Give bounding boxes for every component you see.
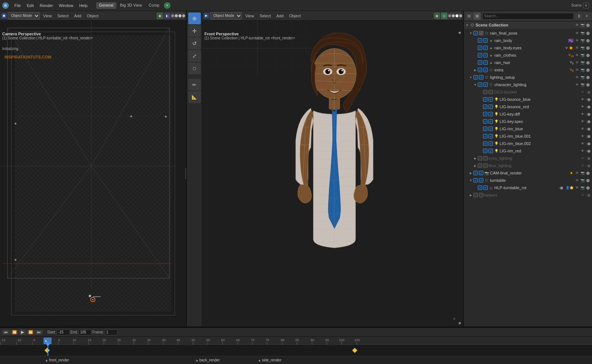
lig-rb-icons[interactable]: ↕⬤: [585, 126, 591, 131]
floor-lighting-checkbox[interactable]: [478, 163, 482, 168]
rain-eyes-checkbox[interactable]: [478, 46, 482, 50]
rain-pose-eye[interactable]: 👁: [574, 31, 579, 36]
right-vp-content[interactable]: .wf { fill: none; stroke: #a0724a; strok…: [202, 21, 463, 326]
tree-item-turntable[interactable]: ▼ ⬡ turntable 👁 📷 ⬤: [464, 177, 592, 184]
turntable-cam[interactable]: 📷: [580, 178, 585, 183]
right-vp-shading-modes[interactable]: ⬤ ⬤ ⬤ ⬤: [448, 13, 462, 19]
helpers-checkbox2[interactable]: [479, 193, 483, 197]
left-vp-select[interactable]: Select: [55, 13, 71, 18]
lig-rr-icons[interactable]: ↕⬤: [585, 148, 591, 153]
tree-item-rain-final-pose[interactable]: ▼ ✓ ⬡ rain_final_pose 👁 📷 ⬤: [464, 29, 592, 37]
rain-clothes-checkbox2[interactable]: [483, 53, 488, 57]
timeline-end-input[interactable]: [78, 329, 91, 335]
lighting-cam[interactable]: 📷: [580, 75, 585, 80]
timeline-start-btn[interactable]: ⏮: [2, 330, 10, 335]
right-vp-select[interactable]: Select: [258, 13, 273, 18]
menu-file[interactable]: File: [12, 3, 24, 8]
lig-rb002-icons[interactable]: ↕⬤: [585, 141, 591, 146]
menu-help[interactable]: Help: [77, 3, 90, 8]
tree-item-cam-final[interactable]: ▶ 📷 CAM-final_render ★ 👁 📷 ⬤: [464, 169, 592, 177]
char-lighting-eye[interactable]: 👁: [574, 82, 579, 87]
helpers-eye[interactable]: 👁: [580, 192, 585, 198]
cam-final-checkbox[interactable]: [473, 171, 478, 175]
timeline-end-btn[interactable]: ⏭: [35, 330, 43, 335]
char-lighting-checkbox[interactable]: [478, 82, 482, 87]
lig-br-icons[interactable]: ↕⬤: [585, 104, 591, 109]
tree-item-lig-key-diff[interactable]: ▶ 💡 LIG-key.diff 👁 ↕⬤: [464, 110, 592, 118]
lig-bb-eye[interactable]: 👁: [580, 97, 585, 102]
vp-collapse-btn[interactable]: ‹: [185, 168, 186, 179]
helpers-icons[interactable]: ↕⬤: [585, 192, 591, 198]
lig-rb002-eye[interactable]: 👁: [580, 141, 585, 146]
marker-back-render[interactable]: ▲ back_render: [195, 358, 220, 362]
tree-item-floor-lighting[interactable]: ▶ floor_lighting 👁 ↕⬤: [464, 162, 592, 169]
props-filter-btn[interactable]: ⊻: [575, 13, 582, 20]
hlp-checkbox[interactable]: [478, 185, 482, 190]
props-add-btn[interactable]: +: [583, 13, 591, 20]
left-vp-icon[interactable]: ▣: [1, 13, 7, 18]
transform-tool-btn[interactable]: ⬡: [188, 63, 201, 74]
rain-clothes-eye[interactable]: 👁: [574, 53, 579, 58]
timeline-prev-btn[interactable]: ⏪: [10, 330, 18, 335]
lig-rb001-checkbox2[interactable]: [488, 134, 493, 138]
tree-item-lig-key-spec[interactable]: ▶ 💡 LIG-key.spec 👁 ↕⬤: [464, 118, 592, 125]
tree-item-helpers[interactable]: ▶ helpers 👁 ↕⬤: [464, 191, 592, 199]
extra-checkbox[interactable]: [478, 68, 482, 72]
floor-lighting-icons[interactable]: ↕⬤: [585, 163, 591, 168]
scene-eye-btn[interactable]: 👁: [574, 22, 579, 28]
right-vp-view[interactable]: View: [243, 13, 256, 18]
rain-eyes-cam[interactable]: 📷: [580, 45, 585, 50]
lig-rb-checkbox2[interactable]: [488, 127, 493, 131]
menu-window[interactable]: Window: [56, 3, 76, 8]
scene-camera-btn[interactable]: 📷: [580, 22, 585, 28]
rain-pose-cam[interactable]: 📷: [580, 31, 585, 36]
lighting-eye[interactable]: 👁: [574, 75, 579, 80]
eyes-lighting-icons[interactable]: ↕⬤: [585, 156, 591, 161]
props-mode-btn[interactable]: ⊞: [473, 13, 481, 20]
measure-tool-btn[interactable]: 📐: [188, 91, 201, 103]
lighting-setup-checkbox2[interactable]: [479, 75, 483, 79]
left-vp-overlay-btn[interactable]: ◉: [157, 13, 163, 19]
workspace-tab-big3d[interactable]: Big 3D View: [117, 2, 145, 9]
lig-kd-checkbox[interactable]: [483, 112, 487, 116]
lig-rb001-eye[interactable]: 👁: [580, 134, 585, 139]
lig-kd-checkbox2[interactable]: [488, 112, 493, 116]
rain-hair-eye[interactable]: 👁: [574, 60, 579, 65]
tree-item-rain-clothes[interactable]: ▶ ▲ rain_clothes V13 👁 📷 ⬤: [464, 52, 592, 59]
menu-edit[interactable]: Edit: [24, 3, 36, 8]
rain-hair-cam[interactable]: 📷: [580, 60, 585, 65]
lighting-setup-checkbox[interactable]: [473, 75, 478, 79]
eyes-lighting-checkbox[interactable]: [478, 156, 482, 160]
rain-pose-checkbox[interactable]: [473, 31, 478, 35]
floor-lighting-eye[interactable]: 👁: [580, 163, 585, 168]
left-vp-add[interactable]: Add: [72, 13, 84, 18]
workspace-tab-general[interactable]: General: [96, 2, 116, 9]
cam-final-render[interactable]: ⬤: [585, 170, 591, 176]
lig-rr-eye[interactable]: 👁: [580, 148, 585, 153]
left-vp-shading-btn[interactable]: ◧: [164, 13, 171, 19]
lig-bb-icons[interactable]: ↕⬤: [585, 97, 591, 102]
rain-eyes-eye[interactable]: 👁: [574, 45, 579, 50]
lig-rb-checkbox[interactable]: [483, 127, 487, 131]
rain-body-render[interactable]: ⬤: [585, 38, 591, 43]
lig-rr-checkbox[interactable]: [483, 149, 487, 153]
lig-bb-checkbox[interactable]: [483, 97, 487, 102]
tree-item-lighting-setup[interactable]: ▼ ⬡ lighting_setup 👁 📷 ⬤: [464, 74, 592, 81]
lig-kd-eye[interactable]: 👁: [580, 112, 585, 117]
rotate-tool-btn[interactable]: ↺: [188, 38, 201, 49]
tree-item-char-lighting[interactable]: ▼ ⬡ character_lighting 👁 📷 ⬤: [464, 81, 592, 88]
char-lighting-cam[interactable]: 📷: [580, 82, 585, 87]
turntable-checkbox[interactable]: [473, 178, 478, 183]
extra-cam[interactable]: 📷: [580, 67, 585, 73]
hlp-eye[interactable]: 👁: [574, 185, 579, 190]
timeline-tracks[interactable]: [0, 345, 592, 356]
lig-ks-eye[interactable]: 👁: [580, 119, 585, 124]
scene-render-btn[interactable]: ⬤: [585, 22, 591, 28]
turntable-render[interactable]: ⬤: [585, 178, 591, 183]
cam-final-eye[interactable]: 👁: [574, 170, 579, 176]
tree-item-extra[interactable]: ▶ ⬡ extra V8 👁 📷 ⬤: [464, 66, 592, 74]
lig-rb001-checkbox[interactable]: [483, 134, 487, 138]
tree-item-rain-body[interactable]: ▶ ▲ rain_body V6 👁 📷 ⬤: [464, 37, 592, 44]
cam-final-cam[interactable]: 📷: [580, 170, 585, 176]
lig-rb002-checkbox2[interactable]: [488, 141, 493, 146]
